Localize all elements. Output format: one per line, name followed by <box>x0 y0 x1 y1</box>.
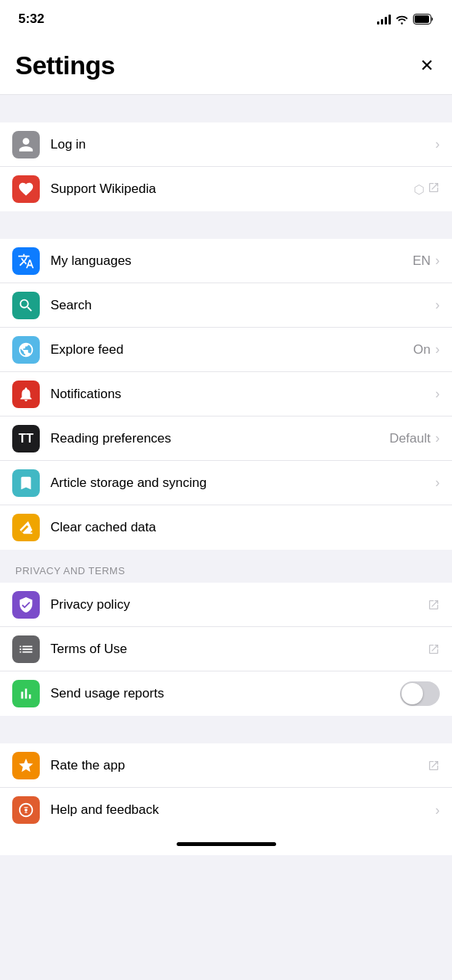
reading-preferences-value: Default <box>389 431 431 446</box>
globe-icon <box>12 336 40 364</box>
battery-icon <box>413 14 434 24</box>
section-divider-1 <box>0 95 452 122</box>
explore-feed-chevron: › <box>435 341 440 358</box>
tt-icon: TT <box>12 425 40 452</box>
home-bar <box>177 842 276 846</box>
article-storage-item[interactable]: Article storage and syncing › <box>0 461 452 505</box>
login-item[interactable]: Log in › <box>0 122 452 167</box>
login-chevron: › <box>435 136 440 152</box>
my-languages-value: EN <box>412 253 431 269</box>
notifications-chevron: › <box>435 386 440 402</box>
translate-icon <box>12 247 40 275</box>
explore-feed-label: Explore feed <box>50 342 413 358</box>
my-languages-item[interactable]: My languages EN › <box>0 239 452 283</box>
preferences-section: My languages EN › Search › Explore feed … <box>0 239 452 550</box>
rate-app-external-icon <box>428 760 440 772</box>
clear-cache-item[interactable]: Clear cached data <box>0 505 452 550</box>
support-wikipedia-external-icon: ⬡ <box>414 181 440 197</box>
explore-feed-value: On <box>413 342 431 358</box>
rate-app-label: Rate the app <box>50 758 428 773</box>
clear-cache-label: Clear cached data <box>50 520 440 535</box>
notifications-label: Notifications <box>50 387 435 402</box>
my-languages-label: My languages <box>50 253 412 269</box>
article-storage-label: Article storage and syncing <box>50 475 435 491</box>
send-usage-toggle[interactable] <box>400 681 440 706</box>
heart-icon <box>12 175 40 203</box>
status-bar: 5:32 <box>0 0 452 38</box>
terms-of-use-item[interactable]: Terms of Use <box>0 627 452 671</box>
section-divider-2 <box>0 211 452 239</box>
support-wikipedia-item[interactable]: Support Wikipedia ⬡ <box>0 167 452 211</box>
search-icon <box>12 292 40 319</box>
section-divider-3 <box>0 716 452 743</box>
status-icons <box>377 14 434 24</box>
support-wikipedia-label: Support Wikipedia <box>50 181 414 197</box>
signal-icon <box>377 14 391 24</box>
reading-preferences-item[interactable]: TT Reading preferences Default › <box>0 416 452 461</box>
about-section: Rate the app Help and feedback › <box>0 743 452 832</box>
my-languages-chevron: › <box>435 253 440 269</box>
status-time: 5:32 <box>18 11 44 27</box>
search-item[interactable]: Search › <box>0 283 452 328</box>
login-label: Log in <box>50 137 435 152</box>
eraser-icon <box>12 514 40 541</box>
bell-icon <box>12 381 40 408</box>
help-feedback-label: Help and feedback <box>50 802 435 818</box>
privacy-policy-external-icon <box>428 599 440 611</box>
account-section: Log in › Support Wikipedia ⬡ <box>0 122 452 211</box>
svg-rect-1 <box>415 15 429 23</box>
page-title: Settings <box>15 51 115 80</box>
shield-icon <box>12 591 40 619</box>
reading-preferences-chevron: › <box>435 430 440 446</box>
send-usage-item[interactable]: Send usage reports <box>0 671 452 716</box>
settings-header: Settings ✕ <box>0 38 452 95</box>
help-feedback-item[interactable]: Help and feedback › <box>0 788 452 832</box>
terms-of-use-external-icon <box>428 643 440 655</box>
bookmark-icon <box>12 469 40 497</box>
home-indicator <box>0 832 452 855</box>
privacy-policy-item[interactable]: Privacy policy <box>0 583 452 627</box>
list-icon <box>12 635 40 663</box>
privacy-section-label: PRIVACY AND TERMS <box>0 550 452 583</box>
article-storage-chevron: › <box>435 475 440 491</box>
search-label: Search <box>50 298 435 313</box>
privacy-section: Privacy policy Terms of Use Send usage r… <box>0 583 452 716</box>
send-usage-label: Send usage reports <box>50 686 400 701</box>
star-icon <box>12 752 40 779</box>
close-button[interactable]: ✕ <box>417 54 437 77</box>
privacy-policy-label: Privacy policy <box>50 597 428 612</box>
lifering-icon <box>12 796 40 824</box>
rate-app-item[interactable]: Rate the app <box>0 743 452 788</box>
reading-preferences-label: Reading preferences <box>50 431 389 446</box>
search-chevron: › <box>435 297 440 313</box>
explore-feed-item[interactable]: Explore feed On › <box>0 328 452 372</box>
terms-of-use-label: Terms of Use <box>50 642 428 657</box>
wifi-icon <box>395 15 408 24</box>
notifications-item[interactable]: Notifications › <box>0 372 452 416</box>
person-icon <box>12 131 40 158</box>
chart-icon <box>12 680 40 707</box>
help-feedback-chevron: › <box>435 802 440 818</box>
